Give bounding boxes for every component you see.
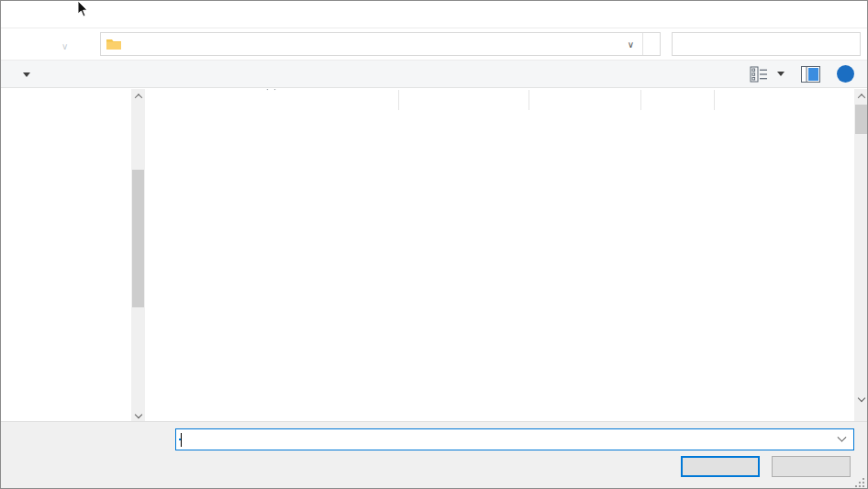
sidebar-scrollbar[interactable] <box>131 89 145 421</box>
address-dropdown-chevron-icon[interactable]: ∨ <box>619 39 642 50</box>
annotation-circle-letter-c <box>725 395 776 447</box>
file-list <box>148 89 854 421</box>
close-icon[interactable] <box>836 5 860 25</box>
preview-pane-icon[interactable] <box>801 66 820 83</box>
annotation-circle-step-3 <box>668 399 719 450</box>
open-button[interactable] <box>681 456 760 477</box>
scroll-down-icon[interactable] <box>131 407 145 421</box>
resize-grip[interactable] <box>854 477 864 487</box>
file-list-scrollbar-thumb[interactable] <box>855 105 868 134</box>
search-box[interactable] <box>672 32 861 56</box>
column-header-row <box>148 89 854 111</box>
text-caret <box>181 433 182 447</box>
scroll-down-icon[interactable] <box>854 391 868 405</box>
title-bar <box>1 1 867 28</box>
details-view-icon[interactable] <box>750 66 768 83</box>
open-file-dialog: ∨ ∨ <box>0 0 868 489</box>
address-bar[interactable]: ∨ <box>100 32 661 56</box>
sidebar-scrollbar-thumb[interactable] <box>132 170 144 307</box>
navigation-bar: ∨ ∨ <box>1 28 867 60</box>
address-divider <box>642 33 643 55</box>
cancel-button[interactable] <box>772 456 851 477</box>
mouse-cursor-icon <box>74 1 89 19</box>
recent-locations-chevron-icon[interactable]: ∨ <box>61 38 68 56</box>
navigation-pane <box>1 89 131 421</box>
scroll-up-icon[interactable] <box>854 89 868 103</box>
dialog-content <box>1 89 867 421</box>
view-mode-dropdown-icon[interactable] <box>777 72 785 76</box>
scroll-up-icon[interactable] <box>131 89 145 103</box>
sort-ascending-icon <box>267 89 276 94</box>
file-name-dropdown-chevron-icon[interactable] <box>838 432 847 441</box>
organize-dropdown-icon <box>23 72 30 77</box>
organize-button[interactable] <box>17 67 30 81</box>
help-icon[interactable] <box>837 65 854 83</box>
command-bar <box>1 60 867 88</box>
folder-icon <box>106 38 121 50</box>
file-list-scrollbar[interactable] <box>854 89 868 421</box>
